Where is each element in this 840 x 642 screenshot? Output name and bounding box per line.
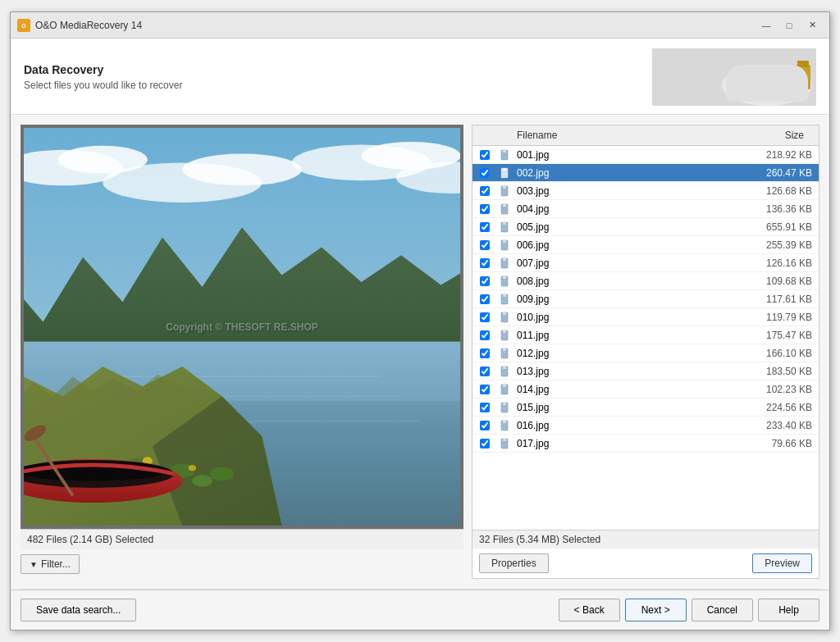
file-checkbox[interactable] [480,258,490,268]
svg-point-4 [726,66,808,96]
file-icon [497,420,514,431]
properties-button[interactable]: Properties [479,553,549,573]
table-row[interactable]: 017.jpg 79.66 KB [472,435,819,453]
file-list-body[interactable]: 001.jpg 218.92 KB 002.jpg 260.47 KB [472,146,819,530]
file-icon [497,402,514,413]
main-window: O O&O MediaRecovery 14 — □ ✕ Data Recove… [10,11,830,631]
cancel-button[interactable]: Cancel [692,599,753,622]
back-button[interactable]: < Back [559,599,620,622]
file-size: 260.47 KB [745,167,819,179]
table-row[interactable]: 010.jpg 119.79 KB [472,308,819,326]
file-name: 003.jpg [514,185,745,197]
file-checkbox[interactable] [480,276,490,286]
table-row[interactable]: 006.jpg 255.39 KB [472,236,819,254]
table-row[interactable]: 015.jpg 224.56 KB [472,398,819,417]
preview-panel: Copyright © THESOFT RE.SHOP 482 Files (2… [21,125,463,579]
header-icon-col [497,128,514,143]
file-checkbox[interactable] [480,421,490,430]
file-checkbox[interactable] [480,312,490,322]
svg-rect-60 [503,330,506,333]
file-icon [497,384,514,395]
file-icon [497,294,514,305]
svg-rect-64 [503,367,506,369]
file-checkbox-container[interactable] [472,150,497,160]
svg-rect-70 [503,421,506,423]
file-checkbox-container[interactable] [472,403,497,412]
svg-rect-68 [503,403,506,405]
table-row[interactable]: 008.jpg 109.68 KB [472,272,819,290]
file-checkbox[interactable] [480,222,490,232]
table-row[interactable]: 004.jpg 136.36 KB [472,200,819,218]
preview-button[interactable]: Preview [752,553,812,573]
file-checkbox-container[interactable] [472,222,497,232]
file-checkbox-container[interactable] [472,439,497,448]
file-checkbox[interactable] [480,330,490,340]
file-checkbox[interactable] [480,186,490,196]
file-name: 010.jpg [514,312,745,323]
file-size: 655.91 KB [745,221,819,233]
page-subtitle: Select files you would like to recover [24,80,182,91]
table-row[interactable]: 003.jpg 126.68 KB [472,182,819,200]
svg-rect-44 [503,186,506,189]
footer-right: < Back Next > Cancel Help [559,599,819,622]
table-row[interactable]: 009.jpg 117.61 KB [472,290,819,308]
file-panel-actions: Properties Preview [472,549,819,578]
maximize-button[interactable]: □ [778,16,800,34]
table-row[interactable]: 014.jpg 102.23 KB [472,380,819,398]
window-title: O&O MediaRecovery 14 [35,20,756,31]
file-checkbox[interactable] [480,150,490,160]
save-search-button[interactable]: Save data search... [21,599,136,622]
file-icon [497,221,514,233]
file-checkbox-container[interactable] [472,294,497,304]
file-checkbox-container[interactable] [472,240,497,250]
file-checkbox[interactable] [480,403,490,412]
file-checkbox-container[interactable] [472,312,497,322]
svg-point-6 [740,83,753,96]
file-checkbox[interactable] [480,367,490,376]
file-icon [497,330,514,341]
table-row[interactable]: 002.jpg 260.47 KB [472,164,819,182]
file-size: 233.40 KB [745,420,819,431]
file-checkbox-container[interactable] [472,168,497,178]
close-button[interactable]: ✕ [801,16,823,34]
svg-rect-42 [503,168,506,171]
file-checkbox-container[interactable] [472,204,497,214]
svg-point-31 [210,467,234,480]
filter-label: Filter... [41,558,71,570]
file-name: 006.jpg [514,239,745,251]
table-row[interactable]: 007.jpg 126.16 KB [472,254,819,272]
file-checkbox-container[interactable] [472,421,497,430]
file-checkbox-container[interactable] [472,367,497,376]
file-name: 004.jpg [514,203,745,215]
table-row[interactable]: 005.jpg 655.91 KB [472,218,819,236]
file-checkbox-container[interactable] [472,258,497,268]
file-checkbox[interactable] [480,168,490,178]
file-checkbox[interactable] [480,204,490,214]
file-checkbox-container[interactable] [472,348,497,358]
file-checkbox-container[interactable] [472,385,497,394]
file-checkbox[interactable] [480,439,490,448]
file-name: 015.jpg [514,402,745,413]
svg-rect-56 [503,294,506,297]
file-checkbox-container[interactable] [472,276,497,286]
minimize-button[interactable]: — [756,16,777,34]
file-size: 224.56 KB [745,402,819,413]
file-checkbox[interactable] [480,294,490,304]
file-icon [497,203,514,215]
next-button[interactable]: Next > [625,599,687,622]
main-content: Copyright © THESOFT RE.SHOP 482 Files (2… [11,115,829,589]
file-checkbox[interactable] [480,348,490,358]
table-row[interactable]: 013.jpg 183.50 KB [472,362,819,380]
table-row[interactable]: 012.jpg 166.10 KB [472,344,819,362]
svg-rect-9 [797,61,809,67]
help-button[interactable]: Help [758,599,819,622]
filter-button[interactable]: ▼ Filter... [21,554,80,574]
file-checkbox-container[interactable] [472,186,497,196]
table-row[interactable]: 011.jpg 175.47 KB [472,326,819,344]
table-row[interactable]: 001.jpg 218.92 KB [472,146,819,164]
file-checkbox[interactable] [480,385,490,394]
file-checkbox-container[interactable] [472,330,497,340]
table-row[interactable]: 016.jpg 233.40 KB [472,417,819,435]
file-checkbox[interactable] [480,240,490,250]
file-size: 126.16 KB [745,257,819,269]
